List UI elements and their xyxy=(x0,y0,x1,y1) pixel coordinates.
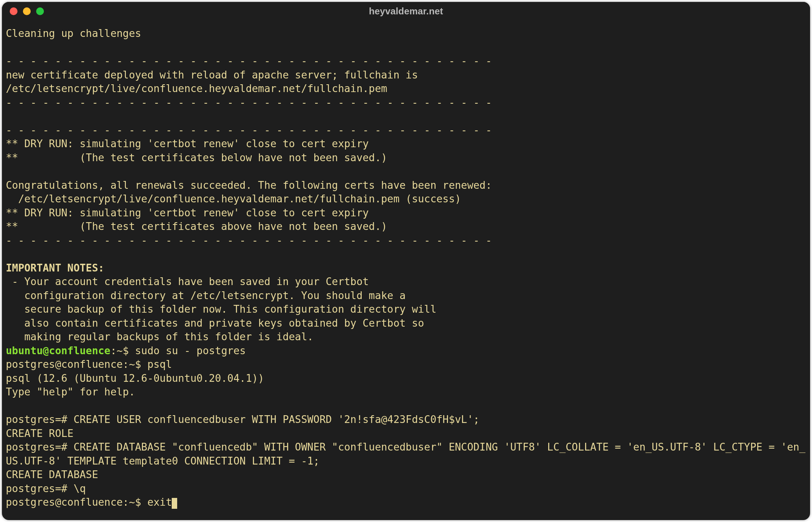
output-line: new certificate deployed with reload of … xyxy=(6,69,418,81)
output-line: - - - - - - - - - - - - - - - - - - - - … xyxy=(6,97,492,108)
traffic-lights xyxy=(10,7,44,15)
window-title: heyvaldemar.net xyxy=(2,6,810,17)
output-line: CREATE ROLE xyxy=(6,428,73,439)
output-line: Type "help" for help. xyxy=(6,386,135,398)
output-line: ** (The test certificates below have not… xyxy=(6,152,387,164)
command-text: exit xyxy=(147,496,172,508)
titlebar: heyvaldemar.net xyxy=(2,2,810,21)
terminal-window: heyvaldemar.net Cleaning up challenges -… xyxy=(2,2,810,520)
output-line: postgres@confluence:~$ psql xyxy=(6,358,172,370)
output-line: CREATE DATABASE xyxy=(6,469,98,480)
output-line: postgres=# \q xyxy=(6,483,86,494)
prompt-user-host: ubuntu@confluence xyxy=(6,345,110,357)
output-line: secure backup of this folder now. This c… xyxy=(6,303,436,315)
output-line: postgres=# CREATE DATABASE "confluencedb… xyxy=(6,441,805,467)
output-line: ** (The test certificates above have not… xyxy=(6,221,387,232)
minimize-icon[interactable] xyxy=(23,7,31,15)
important-notes-heading: IMPORTANT NOTES: xyxy=(6,262,104,274)
output-line: postgres=# CREATE USER confluencedbuser … xyxy=(6,414,479,425)
output-line: psql (12.6 (Ubuntu 12.6-0ubuntu0.20.04.1… xyxy=(6,372,264,384)
output-line: /etc/letsencrypt/live/confluence.heyvald… xyxy=(6,193,461,205)
output-line: - - - - - - - - - - - - - - - - - - - - … xyxy=(6,235,492,246)
output-line: - Your account credentials have been sav… xyxy=(6,276,369,287)
command-text: sudo su - postgres xyxy=(135,345,246,357)
output-line: Cleaning up challenges xyxy=(6,28,141,39)
output-line: Congratulations, all renewals succeeded.… xyxy=(6,179,492,191)
output-line: making regular backups of this folder is… xyxy=(6,331,314,343)
output-line: also contain certificates and private ke… xyxy=(6,317,424,329)
cursor-icon xyxy=(172,498,177,509)
terminal-viewport[interactable]: Cleaning up challenges - - - - - - - - -… xyxy=(2,21,810,520)
close-icon[interactable] xyxy=(10,7,17,15)
zoom-icon[interactable] xyxy=(36,7,44,15)
output-line: - - - - - - - - - - - - - - - - - - - - … xyxy=(6,124,492,136)
output-line: /etc/letsencrypt/live/confluence.heyvald… xyxy=(6,83,387,94)
prompt-path: :~$ xyxy=(110,345,135,357)
output-line: ** DRY RUN: simulating 'certbot renew' c… xyxy=(6,138,369,150)
output-line: ** DRY RUN: simulating 'certbot renew' c… xyxy=(6,207,369,219)
output-line: configuration directory at /etc/letsencr… xyxy=(6,290,406,301)
prompt-text: postgres@confluence:~$ xyxy=(6,496,147,508)
output-line: - - - - - - - - - - - - - - - - - - - - … xyxy=(6,55,492,67)
